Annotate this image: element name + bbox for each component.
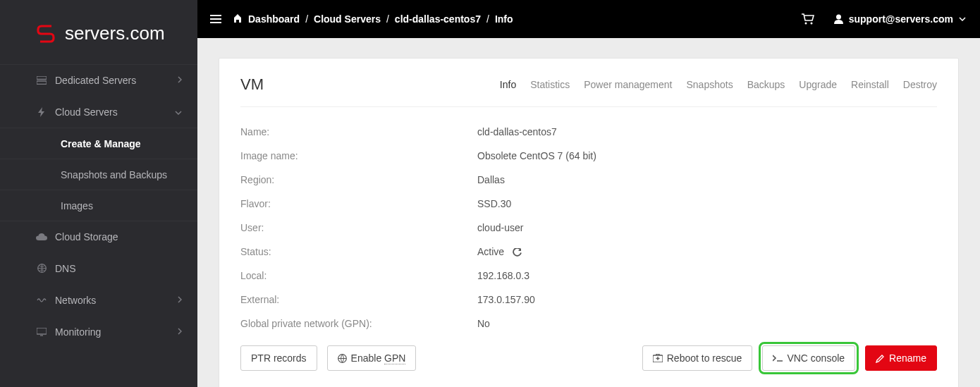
sidebar-sub-snapshots-backups[interactable]: Snapshots and Backups xyxy=(0,159,197,190)
info-label: Region: xyxy=(240,174,477,185)
globe-icon xyxy=(338,354,347,363)
info-table: Name: cld-dallas-centos7 Image name: Obs… xyxy=(240,120,937,336)
refresh-icon xyxy=(513,248,522,257)
cart-button[interactable] xyxy=(802,13,814,25)
content-area: VM Info Statistics Power management Snap… xyxy=(197,38,980,387)
svg-point-4 xyxy=(804,23,807,25)
hamburger-icon xyxy=(210,15,221,23)
info-row-local: Local: 192.168.0.3 xyxy=(240,264,937,288)
refresh-status-button[interactable] xyxy=(513,248,522,257)
info-row-gpn: Global private network (GPN): No xyxy=(240,312,937,336)
cart-icon xyxy=(802,13,814,25)
breadcrumb: Dashboard / Cloud Servers / cld-dallas-c… xyxy=(233,13,513,25)
info-label: External: xyxy=(240,294,477,305)
rename-button[interactable]: Rename xyxy=(865,345,937,371)
sidebar-item-label: Networks xyxy=(55,295,96,306)
action-bar: PTR records Enable GPN Reboot to rescue … xyxy=(240,345,937,371)
breadcrumb-cloud-servers[interactable]: Cloud Servers xyxy=(314,13,381,25)
info-label: Flavor: xyxy=(240,198,477,209)
sidebar-item-label: Dedicated Servers xyxy=(55,75,136,86)
info-label: Image name: xyxy=(240,150,477,161)
sidebar-item-cloud-servers[interactable]: Cloud Servers xyxy=(0,96,197,128)
info-value: Dallas xyxy=(477,174,505,185)
sidebar-item-label: Cloud Storage xyxy=(55,231,118,242)
user-icon xyxy=(834,14,843,24)
chevron-right-icon xyxy=(178,76,182,85)
enable-gpn-button[interactable]: Enable GPN xyxy=(327,345,417,371)
edit-icon xyxy=(876,354,885,363)
info-label: Status: xyxy=(240,246,477,257)
sidebar-item-dedicated-servers[interactable]: Dedicated Servers xyxy=(0,64,197,96)
card-header: VM Info Statistics Power management Snap… xyxy=(240,75,937,107)
button-label: Reboot to rescue xyxy=(667,352,742,364)
breadcrumb-separator: / xyxy=(386,13,389,25)
tab-backups[interactable]: Backups xyxy=(747,79,785,90)
tab-statistics[interactable]: Statistics xyxy=(530,79,570,90)
info-label: Local: xyxy=(240,270,477,281)
info-row-flavor: Flavor: SSD.30 xyxy=(240,192,937,216)
svg-rect-1 xyxy=(37,81,47,85)
chevron-down-icon xyxy=(175,108,182,116)
sidebar: servers.com Dedicated Servers Cloud Serv… xyxy=(0,0,197,387)
home-icon[interactable] xyxy=(233,13,243,25)
info-value: SSD.30 xyxy=(477,198,511,209)
button-label: Rename xyxy=(889,352,926,364)
tab-info[interactable]: Info xyxy=(500,79,516,90)
brand-logo[interactable]: servers.com xyxy=(0,0,197,64)
info-row-image-name: Image name: Obsolete CentOS 7 (64 bit) xyxy=(240,144,937,168)
reboot-rescue-button[interactable]: Reboot to rescue xyxy=(642,345,753,371)
tabs: Info Statistics Power management Snapsho… xyxy=(500,79,937,90)
menu-toggle-button[interactable] xyxy=(206,9,226,29)
breadcrumb-dashboard[interactable]: Dashboard xyxy=(248,13,300,25)
ptr-records-button[interactable]: PTR records xyxy=(240,345,317,371)
info-row-region: Region: Dallas xyxy=(240,168,937,192)
info-label: Name: xyxy=(240,126,477,137)
svg-rect-0 xyxy=(37,76,47,80)
terminal-icon xyxy=(773,355,783,362)
info-value: 173.0.157.90 xyxy=(477,294,535,305)
monitor-icon xyxy=(35,328,48,336)
tab-power-management[interactable]: Power management xyxy=(584,79,672,90)
chevron-right-icon xyxy=(178,296,182,305)
info-row-status: Status: Active xyxy=(240,240,937,264)
bolt-icon xyxy=(35,107,48,117)
tab-snapshots[interactable]: Snapshots xyxy=(686,79,733,90)
sidebar-sub-label: Create & Manage xyxy=(61,138,141,149)
info-label: Global private network (GPN): xyxy=(240,318,477,329)
sidebar-item-label: DNS xyxy=(55,263,76,274)
tab-reinstall[interactable]: Reinstall xyxy=(851,79,889,90)
info-value: 192.168.0.3 xyxy=(477,270,529,281)
info-value: Active xyxy=(477,246,522,257)
breadcrumb-server-name[interactable]: cld-dallas-centos7 xyxy=(395,13,481,25)
sidebar-sub-images[interactable]: Images xyxy=(0,190,197,221)
info-value: cloud-user xyxy=(477,222,523,233)
info-row-name: Name: cld-dallas-centos7 xyxy=(240,120,937,144)
globe-icon xyxy=(35,264,48,273)
user-menu[interactable]: support@servers.com xyxy=(834,13,966,25)
breadcrumb-current: Info xyxy=(495,13,513,25)
button-label: Enable GPN xyxy=(351,352,406,364)
user-email: support@servers.com xyxy=(849,13,953,25)
sidebar-item-cloud-storage[interactable]: Cloud Storage xyxy=(0,221,197,252)
brand-name: servers.com xyxy=(65,23,165,44)
info-value: cld-dallas-centos7 xyxy=(477,126,557,137)
sidebar-sub-label: Snapshots and Backups xyxy=(61,169,167,180)
breadcrumb-separator: / xyxy=(305,13,308,25)
sidebar-item-monitoring[interactable]: Monitoring xyxy=(0,316,197,348)
tab-destroy[interactable]: Destroy xyxy=(903,79,937,90)
sidebar-item-dns[interactable]: DNS xyxy=(0,252,197,284)
breadcrumb-separator: / xyxy=(486,13,489,25)
sidebar-item-label: Monitoring xyxy=(55,326,101,338)
vnc-console-button[interactable]: VNC console xyxy=(762,345,855,371)
info-value: No xyxy=(477,318,490,329)
button-label: VNC console xyxy=(787,352,845,364)
sidebar-sub-create-manage[interactable]: Create & Manage xyxy=(0,128,197,159)
topbar: Dashboard / Cloud Servers / cld-dallas-c… xyxy=(197,0,980,38)
tab-upgrade[interactable]: Upgrade xyxy=(799,79,837,90)
medkit-icon xyxy=(653,354,663,362)
svg-rect-3 xyxy=(37,328,47,334)
sidebar-item-networks[interactable]: Networks xyxy=(0,284,197,316)
chevron-right-icon xyxy=(178,328,182,336)
info-value: Obsolete CentOS 7 (64 bit) xyxy=(477,150,596,161)
button-label: PTR records xyxy=(251,352,307,364)
